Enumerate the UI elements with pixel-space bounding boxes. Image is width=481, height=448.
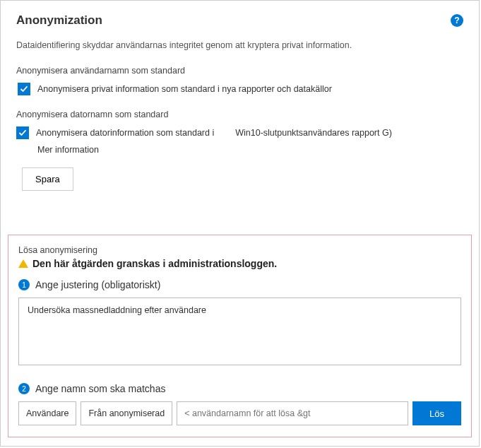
direction-select[interactable]: Från anonymiserad <box>81 401 172 425</box>
more-info-link[interactable]: Mer information <box>37 145 463 155</box>
step-2-row: 2 Ange namn som ska matchas <box>18 383 461 394</box>
checkbox-row-usernames: Anonymisera privat information som stand… <box>16 83 463 95</box>
step-1-label: Ange justering (obligatoriskt) <box>35 279 160 290</box>
step-2-badge: 2 <box>18 383 30 394</box>
section-label-machines: Anonymisera datornamn som standard <box>16 110 463 119</box>
anonymization-panel: Anonymization ? Dataidentifiering skydda… <box>0 0 480 447</box>
check-icon <box>20 85 28 93</box>
report-name: Win10-slutpunktsanvändares rapport G) <box>235 126 392 138</box>
checkbox-row-machines: Anonymisera datorinformation som standar… <box>16 126 463 139</box>
warning-icon <box>18 259 28 268</box>
step-1-badge: 1 <box>18 279 30 290</box>
checkbox-anonymize-usernames[interactable] <box>18 83 30 95</box>
check-icon <box>18 129 27 137</box>
resolve-button[interactable]: Lös <box>412 401 461 425</box>
username-input[interactable] <box>177 401 408 425</box>
page-description: Dataidentifiering skyddar användarnas in… <box>16 40 463 50</box>
anonymize-machinename-section: Anonymisera datornamn som standard Anony… <box>16 110 463 155</box>
warning-row: Den här åtgärden granskas i administrati… <box>18 258 461 269</box>
section-label-usernames: Anonymisera användarnamn som standard <box>16 66 463 76</box>
step-2-label: Ange namn som ska matchas <box>35 383 165 394</box>
page-title: Anonymization <box>16 13 102 28</box>
panel-header: Anonymization ? <box>16 13 463 28</box>
checkbox-anonymize-machines[interactable] <box>16 126 29 139</box>
resolve-anonymization-box: Lösa anonymisering Den här åtgärden gran… <box>8 235 472 437</box>
warning-text: Den här åtgärden granskas i administrati… <box>32 258 277 269</box>
match-controls-row: Användare Från anonymiserad Lös <box>18 401 461 425</box>
save-button[interactable]: Spara <box>22 167 73 191</box>
resolve-title: Lösa anonymisering <box>18 245 461 255</box>
step-1-row: 1 Ange justering (obligatoriskt) <box>18 279 461 290</box>
entity-type-select[interactable]: Användare <box>18 401 76 425</box>
help-icon[interactable]: ? <box>451 14 463 27</box>
justification-input[interactable] <box>18 297 461 365</box>
checkbox-label-machines: Anonymisera datorinformation som standar… <box>36 126 214 138</box>
anonymize-username-section: Anonymisera användarnamn som standard An… <box>16 66 463 95</box>
checkbox-label-usernames: Anonymisera privat information som stand… <box>37 83 332 94</box>
